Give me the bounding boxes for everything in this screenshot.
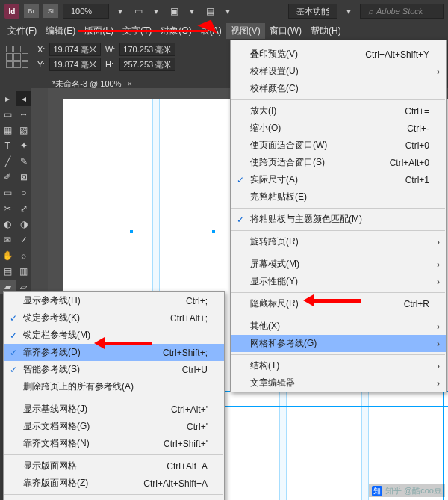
menu-item-shortcut: Ctrl+R bbox=[404, 299, 429, 309]
handle[interactable] bbox=[212, 230, 215, 233]
menu-help[interactable]: 帮助(H) bbox=[306, 23, 346, 39]
close-icon[interactable]: × bbox=[127, 79, 131, 88]
view-menu-item[interactable]: 完整粘贴板(E) bbox=[231, 188, 446, 206]
menu-separator bbox=[231, 292, 445, 293]
menu-separator bbox=[4, 454, 223, 455]
main-menubar: 文件(F) 编辑(E) 版面(L) 文字(T) 对象(O) 表(A) 视图(V)… bbox=[0, 22, 448, 39]
tool-color-theme[interactable]: ▥ bbox=[16, 264, 32, 279]
tool-rectangle[interactable]: ▭ bbox=[0, 185, 16, 200]
tool-zoom[interactable]: ⌕ bbox=[16, 248, 32, 263]
y-field[interactable]: 19.874 毫米 bbox=[49, 58, 101, 71]
menu-item-label: 其他(X) bbox=[250, 320, 280, 333]
arrange-icon[interactable]: ▤ bbox=[203, 4, 217, 18]
view-menu-item[interactable]: 屏幕模式(M) bbox=[231, 256, 446, 273]
menu-item-label: 靠齐文档网格(N) bbox=[23, 437, 90, 450]
view-menu-item[interactable]: 显示性能(Y) bbox=[231, 273, 446, 290]
reference-point-picker[interactable] bbox=[6, 46, 28, 68]
handle[interactable] bbox=[130, 230, 133, 233]
menu-edit[interactable]: 编辑(E) bbox=[41, 23, 80, 39]
view-menu-item[interactable]: 缩小(O)Ctrl+- bbox=[231, 120, 446, 137]
tool-page[interactable]: ▭ bbox=[0, 107, 16, 122]
guides-menu-item[interactable]: 删除跨页上的所有参考线(A) bbox=[4, 378, 224, 395]
menu-file[interactable]: 文件(F) bbox=[3, 23, 41, 39]
menu-item-shortcut: Ctrl+Alt+Shift+Y bbox=[365, 49, 429, 60]
tool-rectangle-frame[interactable]: ⊠ bbox=[16, 170, 32, 185]
menu-separator bbox=[4, 494, 223, 495]
view-menu-dropdown: 叠印预览(V)Ctrl+Alt+Shift+Y校样设置(U)校样颜色(C)放大(… bbox=[230, 40, 447, 392]
tool-note[interactable]: ✉ bbox=[0, 232, 16, 247]
tool-gap[interactable]: ↔ bbox=[16, 107, 32, 122]
view-menu-item[interactable]: 结构(T) bbox=[231, 357, 446, 374]
guides-menu-item[interactable]: 隐藏框架字数统计(C)Ctrl+Alt+C bbox=[4, 497, 224, 500]
guides-menu-item[interactable]: 锁定参考线(K)Ctrl+Alt+; bbox=[4, 309, 224, 327]
menu-separator bbox=[231, 354, 445, 355]
bridge-badge[interactable]: Br bbox=[24, 4, 39, 18]
view-menu-item[interactable]: 网格和参考线(G) bbox=[231, 335, 446, 352]
tool-hand[interactable]: ✋ bbox=[0, 248, 16, 263]
menu-item-shortcut: Ctrl+; bbox=[186, 296, 208, 306]
chevron-down-icon[interactable]: ▾ bbox=[342, 4, 355, 18]
zoom-field[interactable]: 100% bbox=[63, 4, 109, 19]
tool-content-placer[interactable]: ▧ bbox=[16, 123, 32, 138]
stock-badge[interactable]: St bbox=[43, 4, 58, 18]
menu-item-shortcut: Ctrl+= bbox=[405, 106, 429, 117]
chevron-down-icon[interactable]: ▾ bbox=[221, 4, 234, 18]
tool-type-path[interactable]: ✦ bbox=[16, 138, 32, 153]
menu-item-label: 使页面适合窗口(W) bbox=[250, 139, 327, 152]
guides-menu-item[interactable]: 靠齐版面网格(Z)Ctrl+Alt+Shift+A bbox=[4, 475, 224, 492]
view-menu-item[interactable]: 使跨页适合窗口(S)Ctrl+Alt+0 bbox=[231, 154, 446, 171]
tool-selection[interactable]: ▸ bbox=[0, 91, 16, 106]
view-menu-item[interactable]: 使页面适合窗口(W)Ctrl+0 bbox=[231, 137, 446, 154]
tool-type[interactable]: T bbox=[0, 138, 16, 153]
tool-direct-select[interactable]: ◂ bbox=[16, 91, 32, 106]
guides-menu-item[interactable]: 显示版面网格Ctrl+Alt+A bbox=[4, 457, 224, 475]
tool-line[interactable]: ╱ bbox=[0, 154, 16, 169]
guides-menu-item[interactable]: 智能参考线(S)Ctrl+U bbox=[4, 361, 224, 378]
view-menu-item[interactable]: 文章编辑器 bbox=[231, 374, 446, 392]
tool-free-transform[interactable]: ⤢ bbox=[16, 201, 32, 216]
tool-content-collector[interactable]: ▦ bbox=[0, 123, 16, 138]
chevron-down-icon[interactable]: ▾ bbox=[113, 4, 127, 18]
tool-pen[interactable]: ✎ bbox=[16, 154, 32, 169]
guides-menu-item[interactable]: 靠齐文档网格(N)Ctrl+Shift+' bbox=[4, 435, 224, 452]
menu-view[interactable]: 视图(V) bbox=[226, 23, 265, 39]
view-menu-item[interactable]: 校样颜色(C) bbox=[231, 80, 446, 97]
view-menu-item[interactable]: 叠印预览(V)Ctrl+Alt+Shift+Y bbox=[231, 46, 446, 63]
menu-item-shortcut: Ctrl+Alt+; bbox=[170, 313, 208, 324]
app-topbar: Id Br St 100% ▾ ▭ ▾ ▣ ▾ ▤ ▾ 基本功能 ▾ ⌕Adob… bbox=[0, 0, 448, 22]
view-menu-item[interactable]: 其他(X) bbox=[231, 318, 446, 335]
menu-item-label: 隐藏标尺(R) bbox=[250, 297, 299, 310]
view-menu-item[interactable]: 将粘贴板与主题颜色匹配(M) bbox=[231, 211, 446, 228]
tool-gradient-feather[interactable]: ◑ bbox=[16, 217, 32, 232]
tool-measure[interactable]: ▤ bbox=[0, 264, 16, 279]
workspace-picker[interactable]: 基本功能 bbox=[288, 4, 337, 19]
guides-menu-item[interactable]: 显示文档网格(G)Ctrl+' bbox=[4, 418, 224, 435]
screen-icon[interactable]: ▣ bbox=[167, 4, 181, 18]
tool-gradient-swatch[interactable]: ◐ bbox=[0, 217, 16, 232]
stock-search[interactable]: ⌕Adobe Stock bbox=[360, 4, 444, 19]
guides-menu-item[interactable]: 显示基线网格(J)Ctrl+Alt+' bbox=[4, 401, 224, 418]
view-menu-item[interactable]: 校样设置(U) bbox=[231, 63, 446, 80]
view-menu-item[interactable]: 实际尺寸(A)Ctrl+1 bbox=[231, 171, 446, 188]
h-label: H: bbox=[105, 60, 115, 69]
guides-menu-item[interactable]: 显示参考线(H)Ctrl+; bbox=[4, 292, 224, 309]
h-field[interactable]: 257.253 毫米 bbox=[119, 58, 175, 71]
w-field[interactable]: 170.253 毫米 bbox=[119, 43, 175, 56]
tool-pencil[interactable]: ✐ bbox=[0, 170, 16, 185]
chevron-down-icon[interactable]: ▾ bbox=[185, 4, 199, 18]
tool-ellipse[interactable]: ○ bbox=[16, 185, 32, 200]
menu-separator bbox=[231, 43, 445, 43]
menu-separator bbox=[231, 208, 445, 209]
tool-scissors[interactable]: ✂ bbox=[0, 201, 16, 216]
view-menu-item[interactable]: 放大(I)Ctrl+= bbox=[231, 102, 446, 120]
view-menu-item[interactable]: 旋转跨页(R) bbox=[231, 233, 446, 250]
menu-item-shortcut: Ctrl+U bbox=[182, 365, 208, 375]
menu-window[interactable]: 窗口(W) bbox=[265, 23, 306, 39]
watermark: 知知乎 @酷coo豆 bbox=[369, 484, 445, 497]
tool-eyedropper[interactable]: ✓ bbox=[16, 232, 32, 247]
menu-item-label: 使跨页适合窗口(S) bbox=[250, 156, 325, 169]
view-mode-icon[interactable]: ▭ bbox=[131, 4, 145, 18]
menu-item-label: 显示版面网格 bbox=[23, 460, 77, 472]
chevron-down-icon[interactable]: ▾ bbox=[149, 4, 163, 18]
x-field[interactable]: 19.874 毫米 bbox=[49, 43, 101, 56]
